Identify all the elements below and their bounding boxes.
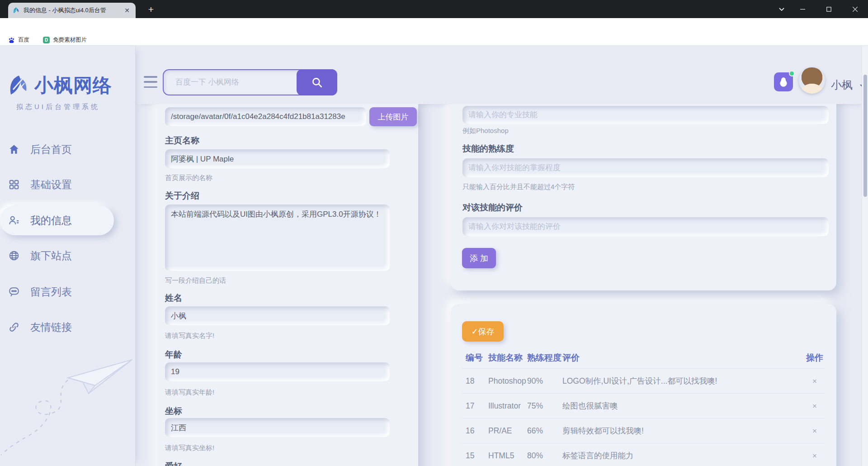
bookmark-baidu[interactable]: 百度: [8, 36, 29, 44]
skill-comment-field[interactable]: [462, 217, 829, 236]
user-icon: [8, 214, 20, 226]
logo: 小枫网络: [7, 73, 112, 98]
sidebar-item-label: 后台首页: [30, 143, 72, 157]
logo-title: 小枫网络: [34, 73, 112, 98]
sidebar-item-my-info[interactable]: 我的信息: [0, 205, 114, 235]
window-maximize-button[interactable]: [816, 0, 842, 18]
field-label: 技能的熟练度: [462, 143, 514, 155]
sidebar-item-label: 旗下站点: [30, 249, 72, 263]
sidebar-item-messages[interactable]: 留言列表: [0, 277, 118, 307]
cell-skill-name: PR/AE: [488, 426, 527, 436]
field-hint: 请填写真实年龄!: [165, 388, 214, 397]
baidu-paw-icon: [8, 37, 15, 43]
table-row: 17 Illustrator 75% 绘图也很腻害噢 ×: [462, 394, 825, 418]
delete-row-button[interactable]: ×: [812, 377, 817, 386]
window-close-button[interactable]: [842, 0, 868, 18]
search-icon: [311, 76, 323, 88]
field-hint: 写一段介绍自己的话: [165, 276, 226, 285]
cell-id: 15: [462, 451, 488, 461]
location-field[interactable]: [165, 418, 390, 437]
field-label: 年龄: [165, 349, 182, 361]
table-row: 15 HTML5 80% 标签语言的使用能力 ×: [462, 443, 825, 466]
field-label: 姓名: [165, 292, 182, 304]
upload-image-button[interactable]: 上传图片: [369, 107, 417, 126]
bookmarks-bar: 百度 D 免费素材图片: [0, 34, 868, 46]
search-button[interactable]: [297, 69, 337, 95]
field-hint: 首页展示的名称: [165, 174, 212, 182]
tab-search-chevron-icon[interactable]: [774, 5, 789, 13]
user-avatar[interactable]: [799, 67, 825, 94]
table-header-row: 编号 技能名称 熟练程度 评价 操作: [462, 347, 825, 369]
cell-comment: 标签语言的使用能力: [562, 450, 804, 461]
bookmark-sucai[interactable]: D 免费素材图片: [43, 36, 87, 44]
browser-toolbar: ← → ↻ ⌂ nitai4.xfwl.club/admin/informati…: [0, 18, 868, 34]
sidebar-item-label: 留言列表: [30, 285, 72, 299]
field-hint: 请填写真实坐标!: [165, 444, 214, 452]
browser-tab-strip: 我的信息 - 小枫拟态ui4.0后台管 ✕ +: [0, 0, 868, 18]
link-icon: [8, 321, 20, 333]
skill-name-field[interactable]: [462, 106, 829, 124]
delete-row-button[interactable]: ×: [812, 427, 817, 436]
admin-page: 小枫网络 拟态UI后台管理系统 后台首页 基础设置 我的信息: [0, 46, 868, 466]
new-tab-button[interactable]: +: [145, 3, 157, 16]
cell-level: 90%: [527, 376, 562, 386]
field-label: 关于介绍: [165, 190, 199, 202]
cell-skill-name: HTML5: [488, 451, 527, 461]
tab-close-icon[interactable]: ✕: [123, 6, 131, 14]
about-textarea[interactable]: 本站前端源代码以及UI图由小枫原创，采用GPL3.0开源协议！: [165, 204, 390, 271]
check-icon: ✓: [471, 327, 478, 336]
age-field[interactable]: [165, 362, 390, 381]
cell-comment: 绘图也很腻害噢: [562, 400, 804, 411]
cell-comment: LOGO制作,UI设计,广告设计...都可以找我噢!: [562, 376, 804, 386]
grid-icon: [8, 179, 20, 190]
globe-icon: [8, 250, 20, 262]
column-header: 熟练程度: [527, 352, 562, 364]
sidebar-item-dashboard[interactable]: 后台首页: [0, 134, 118, 164]
field-label: 主页名称: [165, 135, 199, 147]
cell-level: 80%: [527, 451, 562, 461]
real-name-field[interactable]: [165, 306, 390, 325]
menu-toggle-icon[interactable]: [144, 76, 157, 88]
logo-subtitle: 拟态UI后台管理系统: [16, 103, 100, 111]
sidebar-item-sites[interactable]: 旗下站点: [0, 241, 118, 271]
field-label: 坐标: [165, 405, 182, 417]
save-button-label: 保存: [478, 327, 495, 336]
browser-tab[interactable]: 我的信息 - 小枫拟态ui4.0后台管 ✕: [8, 3, 136, 18]
window-minimize-button[interactable]: [789, 0, 816, 18]
add-skill-button[interactable]: 添 加: [462, 248, 496, 268]
homepage-name-field[interactable]: [165, 149, 390, 168]
paper-plane-decoration: [0, 335, 136, 466]
cell-skill-name: Photoshop: [488, 376, 527, 386]
field-label: 对该技能的评价: [462, 202, 523, 214]
delete-row-button[interactable]: ×: [812, 402, 817, 411]
table-row: 18 Photoshop 90% LOGO制作,UI设计,广告设计...都可以找…: [462, 369, 825, 394]
sidebar-item-settings[interactable]: 基础设置: [0, 170, 118, 200]
scrollbar-thumb[interactable]: [863, 75, 867, 197]
cell-level: 66%: [527, 426, 562, 436]
online-status-badge: [789, 71, 795, 76]
main-content: 上传图片 主页名称 首页展示的名称 关于介绍 本站前端源代码以及UI图由小枫原创…: [136, 104, 862, 466]
message-icon: [8, 286, 20, 298]
skill-level-field[interactable]: [462, 158, 829, 177]
sucai-icon: D: [43, 37, 50, 43]
notification-qq-button[interactable]: [774, 72, 793, 91]
skills-table: 编号 技能名称 熟练程度 评价 操作 18 Photoshop 90% LOGO…: [462, 347, 825, 466]
site-favicon: [13, 7, 20, 14]
username[interactable]: 小枫: [831, 78, 853, 92]
search-input[interactable]: [164, 70, 295, 95]
cell-id: 17: [462, 401, 488, 411]
field-label: 爱好: [165, 461, 182, 466]
logo-mark-icon: [7, 74, 31, 97]
save-button[interactable]: ✓保存: [462, 321, 504, 342]
skill-form-card: 例如Photoshop 技能的熟练度 只能输入百分比并且不能超过4个字符 对该技…: [451, 104, 836, 290]
home-icon: [8, 143, 20, 155]
tab-title: 我的信息 - 小枫拟态ui4.0后台管: [24, 6, 119, 14]
column-header: 评价: [562, 352, 804, 364]
cell-id: 18: [462, 376, 488, 386]
bookmark-label: 百度: [18, 36, 29, 44]
delete-row-button[interactable]: ×: [812, 452, 817, 461]
avatar-path-field[interactable]: [165, 107, 366, 126]
sidebar: 小枫网络 拟态UI后台管理系统 后台首页 基础设置 我的信息: [0, 46, 136, 466]
cell-id: 16: [462, 426, 488, 436]
page-scrollbar: [862, 46, 868, 466]
